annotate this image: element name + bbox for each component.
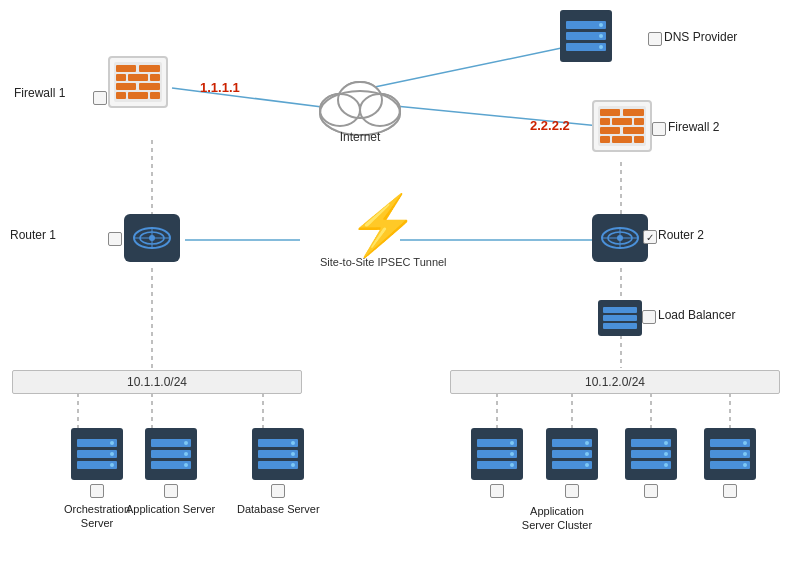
loadbalancer-checkbox[interactable]: [642, 310, 656, 324]
firewall1-node: [108, 56, 168, 108]
firewall2-checkbox[interactable]: [652, 122, 666, 136]
loadbalancer-icon: [598, 300, 642, 336]
svg-rect-23: [116, 83, 136, 90]
cluster-server2-node: Application Server Cluster: [546, 428, 598, 498]
subnet2-bar: 10.1.2.0/24: [450, 370, 780, 394]
svg-rect-44: [612, 118, 632, 125]
ip1-label: 1.1.1.1: [200, 80, 240, 95]
svg-rect-50: [634, 136, 644, 143]
cluster2-checkbox[interactable]: [565, 484, 579, 498]
router1-checkbox[interactable]: [108, 232, 122, 246]
cluster4-checkbox[interactable]: [723, 484, 737, 498]
cluster-server2-icon: [546, 428, 598, 480]
cluster-label: Application Server Cluster: [516, 504, 598, 533]
cluster-server3-node: [625, 428, 677, 498]
db-server-icon: [252, 428, 304, 480]
ip2-label: 2.2.2.2: [530, 118, 570, 133]
firewall1-label: Firewall 1: [14, 86, 65, 100]
cluster-server3-icon: [625, 428, 677, 480]
firewall2-icon: [592, 100, 652, 152]
cluster1-checkbox[interactable]: [490, 484, 504, 498]
svg-rect-18: [116, 65, 136, 72]
orch-server-icon: [71, 428, 123, 480]
subnet1-bar: 10.1.1.0/24: [12, 370, 302, 394]
app-server-node: Application Server: [126, 428, 215, 516]
svg-rect-25: [116, 92, 126, 99]
lightning-icon: ⚡: [347, 196, 419, 254]
db-server-label: Database Server: [237, 502, 320, 516]
orch-checkbox[interactable]: [90, 484, 104, 498]
router2-node: [592, 214, 648, 262]
svg-rect-20: [116, 74, 126, 81]
svg-line-2: [385, 105, 620, 128]
internet-node: Internet: [310, 68, 410, 144]
svg-rect-45: [634, 118, 644, 125]
svg-rect-27: [150, 92, 160, 99]
firewall1-icon: [108, 56, 168, 108]
loadbalancer-label: Load Balancer: [658, 308, 735, 322]
svg-rect-24: [139, 83, 160, 90]
dns-icon: [560, 10, 612, 62]
app-server-checkbox[interactable]: [164, 484, 178, 498]
svg-rect-19: [139, 65, 160, 72]
svg-line-0: [172, 88, 330, 108]
firewall1-checkbox[interactable]: [93, 91, 107, 105]
svg-rect-47: [623, 127, 644, 134]
svg-rect-46: [600, 127, 620, 134]
svg-rect-42: [623, 109, 644, 116]
svg-rect-43: [600, 118, 610, 125]
db-server-node: Database Server: [237, 428, 320, 516]
cluster-server4-icon: [704, 428, 756, 480]
svg-rect-49: [612, 136, 632, 143]
cluster3-checkbox[interactable]: [644, 484, 658, 498]
svg-rect-41: [600, 109, 620, 116]
cluster-server1-icon: [471, 428, 523, 480]
svg-rect-48: [600, 136, 610, 143]
svg-rect-22: [150, 74, 160, 81]
dns-label: DNS Provider: [664, 30, 737, 44]
firewall2-node: [592, 100, 652, 152]
router1-label: Router 1: [10, 228, 56, 242]
db-server-checkbox[interactable]: [271, 484, 285, 498]
router2-icon: [592, 214, 648, 262]
app-server-label: Application Server: [126, 502, 215, 516]
dns-node: [560, 10, 612, 62]
svg-rect-26: [128, 92, 148, 99]
cluster-server1-node: [471, 428, 523, 498]
loadbalancer-node: [598, 300, 642, 336]
svg-rect-21: [128, 74, 148, 81]
tunnel-node: ⚡ Site-to-Site IPSEC Tunnel: [320, 196, 447, 268]
router2-checkbox[interactable]: ✓: [643, 230, 657, 244]
app-server-icon: [145, 428, 197, 480]
router1-icon: [124, 214, 180, 262]
cluster-server4-node: [704, 428, 756, 498]
tunnel-label: Site-to-Site IPSEC Tunnel: [320, 256, 447, 268]
network-diagram: Firewall 1 1.1.1.1 Internet: [0, 0, 812, 564]
router2-label: Router 2: [658, 228, 704, 242]
router1-node: [124, 214, 180, 262]
dns-checkbox[interactable]: [648, 32, 662, 46]
firewall2-label: Firewall 2: [668, 120, 719, 134]
